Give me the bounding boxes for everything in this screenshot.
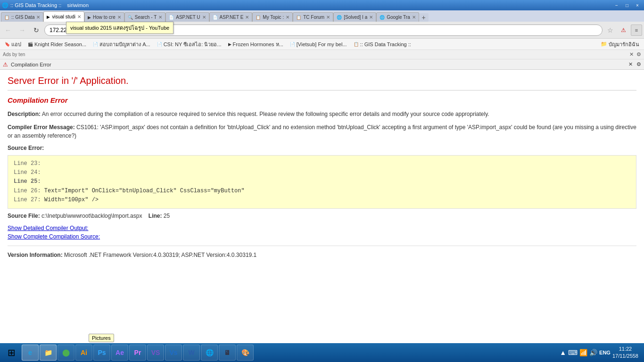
maximize-button[interactable]: □ xyxy=(622,1,632,9)
browser-tab-tab6[interactable]: 📄 ASP.NET E ✕ xyxy=(209,12,253,22)
bookmark-item-3[interactable]: 📄CSI: NY ซีเอสไอ: นิวยอ... xyxy=(154,40,224,49)
tab-close-tab2[interactable]: ✕ xyxy=(77,14,81,19)
bookmark-item-0[interactable]: 🔖แอป xyxy=(2,40,24,49)
tab-close-tab5[interactable]: ✕ xyxy=(202,15,206,20)
bookmark-favicon-1: 🎬 xyxy=(28,42,33,47)
security-button[interactable]: ⚠ xyxy=(618,25,629,36)
tab-close-tab6[interactable]: ✕ xyxy=(245,15,249,20)
bookmark-item-5[interactable]: 📄[Vietsub] For my bel... xyxy=(287,40,350,49)
browser-tab-tab1[interactable]: 📋 :: GIS Data ✕ xyxy=(1,12,43,22)
ads-close-button[interactable]: ✕ xyxy=(629,51,634,58)
bookmark-item-7[interactable]: 📁บัญมารักอิฉัน xyxy=(598,40,642,49)
code-line: Line 26: Text="Import" OnClick="btnUploa… xyxy=(14,187,630,196)
tab-title-tab8: TC Forum xyxy=(303,15,324,20)
bookmark-label-4: Frozen Hormones ห... xyxy=(233,40,283,49)
bookmark-item-4[interactable]: ▶Frozen Hormones ห... xyxy=(225,40,286,49)
source-file-info: Source File: c:\Inetpub\wwwroot\backlog\… xyxy=(8,213,636,219)
tab-tooltip: visual studio 2015 แสดงรูปโฉรูป - YouTub… xyxy=(66,22,173,34)
tab-title-tab5: ASP.NET U xyxy=(176,15,200,20)
compiler-error-block: Compiler Error Message: CS1061: 'ASP.imp… xyxy=(8,123,636,140)
ads-settings-button[interactable]: ⚙ xyxy=(636,51,641,58)
tab-close-tab1[interactable]: ✕ xyxy=(36,15,40,20)
bookmark-favicon-6: 📋 xyxy=(354,42,359,47)
tab-title-tab1: :: GIS Data xyxy=(11,15,34,20)
browser-tab-tab2[interactable]: ▶ visual studi ✕ xyxy=(43,11,84,22)
code-line: Line 23: xyxy=(14,159,630,168)
tab-bar: 📋 :: GIS Data ✕ ▶ visual studi ✕ ▶ How t… xyxy=(0,10,644,22)
line-label: Line: xyxy=(149,213,162,219)
browser-tab-tab10[interactable]: 🌐 Google Tra ✕ xyxy=(376,12,419,22)
tab-title-tab10: Google Tra xyxy=(387,15,410,20)
tab-title-tab2: visual studi xyxy=(52,14,75,19)
tab-close-tab10[interactable]: ✕ xyxy=(412,15,416,20)
bookmark-favicon-4: ▶ xyxy=(228,42,231,47)
file-manager-tooltip: Pictures xyxy=(89,334,114,342)
description-label: Description: xyxy=(8,111,41,117)
bookmark-label-5: [Vietsub] For my bel... xyxy=(297,41,347,47)
ads-label: Ads by ten xyxy=(3,52,25,57)
tab-close-tab9[interactable]: ✕ xyxy=(369,15,373,20)
code-line: Line 27: Width="100px" /> xyxy=(14,196,630,205)
bookmark-favicon-last: 📁 xyxy=(601,41,607,47)
tab-title-tab6: ASP.NET E xyxy=(220,15,244,20)
back-button[interactable]: ← xyxy=(2,24,14,36)
browser-tab-tab3[interactable]: ▶ How to cre ✕ xyxy=(84,12,124,22)
browser-tab-tab4[interactable]: 🔍 Search - T ✕ xyxy=(124,12,166,22)
tab-close-tab7[interactable]: ✕ xyxy=(286,15,289,20)
bookmark-label-0: แอป xyxy=(11,40,21,49)
description-text: An error occurred during the compilation… xyxy=(42,111,489,117)
error-notification-bar: ⚠ Compilation Error ✕ ⚙ xyxy=(0,59,644,70)
page-main-title: Server Error in '/' Application. xyxy=(8,75,636,90)
settings-menu-button[interactable]: ≡ xyxy=(631,25,642,36)
window-title: :: GIS Data Tracking :: xyxy=(10,2,61,8)
error-heading: Compilation Error xyxy=(8,96,636,104)
title-bar-left: 🌐 :: GIS Data Tracking :: siriwimon xyxy=(2,2,89,8)
bookmark-favicon-3: 📄 xyxy=(157,42,162,47)
tab-close-tab8[interactable]: ✕ xyxy=(326,15,330,20)
error-bar-close[interactable]: ✕ xyxy=(628,61,633,67)
ads-bar: Ads by ten ✕ ⚙ xyxy=(0,50,644,59)
browser-icon: 🌐 xyxy=(2,2,8,8)
bookmark-item-2[interactable]: 📄สอบถามปัญหาต่าง A... xyxy=(90,40,153,49)
line-number: 25 xyxy=(164,213,170,219)
close-button[interactable]: × xyxy=(633,1,642,9)
compiler-error-label: Compiler Error Message: xyxy=(8,124,75,131)
browser-tab-tab8[interactable]: 📋 TC Forum ✕ xyxy=(293,12,333,22)
bookmark-label-1: Knight Rider Season... xyxy=(34,41,86,47)
error-bar-text: Compilation Error xyxy=(11,62,51,67)
tab-favicon-tab8: 📋 xyxy=(296,15,301,20)
tab-favicon-tab2: ▶ xyxy=(47,15,50,19)
window-user: siriwimon xyxy=(67,2,89,8)
code-line: Line 25: xyxy=(14,177,630,186)
forward-button[interactable]: → xyxy=(16,24,28,36)
tab-favicon-tab10: 🌐 xyxy=(380,15,385,20)
bookmark-item-1[interactable]: 🎬Knight Rider Season... xyxy=(25,40,89,49)
refresh-button[interactable]: ↻ xyxy=(30,24,42,36)
browser-tab-tab9[interactable]: 🌐 [Solved] I a ✕ xyxy=(333,12,376,22)
tab-close-tab3[interactable]: ✕ xyxy=(117,15,121,20)
browser-tab-tab5[interactable]: 📄 ASP.NET U ✕ xyxy=(165,12,209,22)
tab-favicon-tab5: 📄 xyxy=(169,15,174,20)
version-text: Microsoft .NET Framework Version:4.0.303… xyxy=(64,252,256,258)
error-bar-icon: ⚠ xyxy=(3,61,8,68)
detailed-output-link[interactable]: Show Detailed Compiler Output: xyxy=(8,225,636,231)
minimize-button[interactable]: − xyxy=(612,1,621,9)
bookmark-item-6[interactable]: 📋:: GIS Data Tracking :: xyxy=(351,40,414,49)
tab-close-tab4[interactable]: ✕ xyxy=(158,15,162,20)
error-bar-settings[interactable]: ⚙ xyxy=(636,61,641,67)
tab-favicon-tab6: 📄 xyxy=(213,15,218,20)
bookmark-star-button[interactable]: ☆ xyxy=(604,25,616,36)
browser-tab-tab7[interactable]: 📋 My Topic : ✕ xyxy=(252,12,293,22)
source-error-header: Source Error: xyxy=(8,145,636,151)
compiler-error-text: CS1061: 'ASP.import_aspx' does not conta… xyxy=(8,124,636,139)
version-label: Version Information: xyxy=(8,252,63,258)
tab-title-tab7: My Topic : xyxy=(263,15,284,20)
tab-favicon-tab3: ▶ xyxy=(88,15,91,20)
bookmark-label-2: สอบถามปัญหาต่าง A... xyxy=(99,40,150,49)
source-file-label: Source File: xyxy=(8,213,40,219)
tab-favicon-tab1: 📋 xyxy=(4,15,9,20)
bookmarks-bar: 🔖แอป🎬Knight Rider Season...📄สอบถามปัญหาต… xyxy=(0,39,644,50)
new-tab-button[interactable]: + xyxy=(419,13,429,22)
source-file-path: c:\Inetpub\wwwroot\backlog\Import.aspx xyxy=(41,213,142,219)
compilation-source-link[interactable]: Show Complete Compilation Source: xyxy=(8,233,636,240)
